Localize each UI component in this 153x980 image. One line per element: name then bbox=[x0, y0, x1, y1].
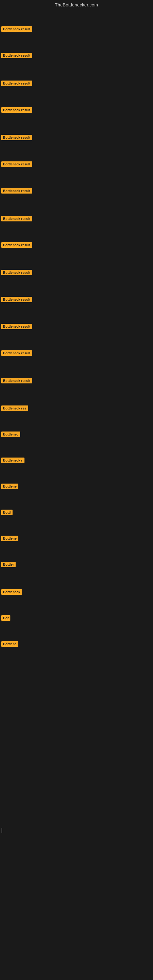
site-title: TheBottlenecker.com bbox=[55, 2, 98, 7]
bottleneck-row-1: Bottleneck result bbox=[0, 52, 153, 58]
bottleneck-badge-17[interactable]: Bottlene bbox=[1, 484, 18, 489]
bottleneck-row-5: Bottleneck result bbox=[0, 161, 153, 167]
bottleneck-badge-19[interactable]: Bottlene bbox=[1, 536, 18, 541]
bottleneck-row-20: Bottler bbox=[0, 562, 153, 567]
bottleneck-badge-14[interactable]: Bottleneck res bbox=[1, 406, 28, 411]
cursor-symbol: | bbox=[1, 827, 3, 833]
bottleneck-badge-21[interactable]: Bottleneck bbox=[1, 589, 22, 595]
bottleneck-row-2: Bottleneck result bbox=[0, 80, 153, 86]
bottleneck-row-6: Bottleneck result bbox=[0, 188, 153, 194]
bottleneck-badge-20[interactable]: Bottler bbox=[1, 562, 16, 567]
bottleneck-row-21: Bottleneck bbox=[0, 589, 153, 595]
bottleneck-row-4: Bottleneck result bbox=[0, 134, 153, 140]
bottleneck-badge-12[interactable]: Bottleneck result bbox=[1, 350, 32, 356]
page-wrapper: TheBottlenecker.com Bottleneck resultBot… bbox=[0, 0, 153, 980]
bottleneck-row-13: Bottleneck result bbox=[0, 378, 153, 383]
bottleneck-badge-2[interactable]: Bottleneck result bbox=[1, 81, 32, 86]
bottleneck-badge-4[interactable]: Bottleneck result bbox=[1, 135, 32, 140]
bottleneck-row-3: Bottleneck result bbox=[0, 107, 153, 113]
bottleneck-badge-10[interactable]: Bottleneck result bbox=[1, 297, 32, 302]
bottleneck-badge-11[interactable]: Bottleneck result bbox=[1, 324, 32, 329]
bottleneck-row-18: Bottl bbox=[0, 509, 153, 515]
bottleneck-badge-23[interactable]: Bottlene bbox=[1, 641, 18, 647]
bottleneck-row-9: Bottleneck result bbox=[0, 269, 153, 275]
bottleneck-row-11: Bottleneck result bbox=[0, 323, 153, 329]
bottleneck-row-0: Bottleneck result bbox=[0, 26, 153, 32]
bottleneck-badge-22[interactable]: Bot bbox=[1, 615, 10, 621]
bottleneck-row-19: Bottlene bbox=[0, 535, 153, 541]
bottleneck-row-15: Bottlenec bbox=[0, 431, 153, 437]
bottleneck-row-17: Bottlene bbox=[0, 483, 153, 489]
cursor-indicator: | bbox=[1, 827, 3, 833]
bottleneck-row-12: Bottleneck result bbox=[0, 350, 153, 356]
bottleneck-badge-1[interactable]: Bottleneck result bbox=[1, 52, 32, 58]
bottleneck-badge-7[interactable]: Bottleneck result bbox=[1, 216, 32, 221]
bottleneck-badge-16[interactable]: Bottleneck r bbox=[1, 458, 24, 463]
bottleneck-row-7: Bottleneck result bbox=[0, 216, 153, 221]
bottleneck-badge-6[interactable]: Bottleneck result bbox=[1, 188, 32, 194]
site-header: TheBottlenecker.com bbox=[0, 0, 153, 9]
bottleneck-row-22: Bot bbox=[0, 615, 153, 621]
bottleneck-badge-3[interactable]: Bottleneck result bbox=[1, 107, 32, 113]
bottleneck-badge-0[interactable]: Bottleneck result bbox=[1, 26, 32, 32]
bottleneck-badge-8[interactable]: Bottleneck result bbox=[1, 242, 32, 248]
bottleneck-badge-15[interactable]: Bottlenec bbox=[1, 431, 20, 437]
bottleneck-row-10: Bottleneck result bbox=[0, 296, 153, 302]
bottleneck-row-23: Bottlene bbox=[0, 641, 153, 647]
bottleneck-row-16: Bottleneck r bbox=[0, 457, 153, 463]
bottleneck-badge-9[interactable]: Bottleneck result bbox=[1, 270, 32, 275]
bottleneck-badge-18[interactable]: Bottl bbox=[1, 510, 13, 515]
bottleneck-row-8: Bottleneck result bbox=[0, 242, 153, 248]
bottleneck-row-14: Bottleneck res bbox=[0, 405, 153, 411]
bottleneck-badge-13[interactable]: Bottleneck result bbox=[1, 378, 32, 383]
bottleneck-badge-5[interactable]: Bottleneck result bbox=[1, 161, 32, 167]
